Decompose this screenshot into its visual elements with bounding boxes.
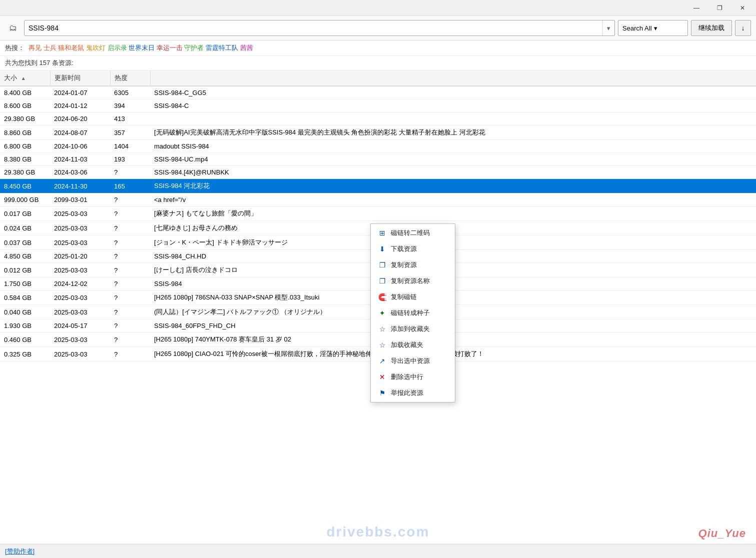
hot-tag[interactable]: 雷霆特工队	[206, 44, 238, 52]
cell-date: 2024-08-07	[50, 126, 110, 140]
cell-heat: 1404	[110, 140, 150, 153]
cell-size: 29.380 GB	[0, 166, 50, 179]
cell-heat: ?	[110, 194, 150, 206]
context-menu-label: 删除选中行	[391, 372, 423, 382]
cell-size: 29.380 GB	[0, 112, 50, 126]
cell-name: SSIS-984-UC.mp4	[150, 153, 756, 166]
hot-tag[interactable]: 茜茜	[240, 44, 253, 52]
copy-icon: ❐	[378, 260, 387, 270]
loadfav-icon: ☆	[378, 340, 387, 350]
app-icon: 🗂	[5, 20, 21, 36]
header-heat[interactable]: 热度	[110, 70, 150, 86]
cell-date: 2099-03-01	[50, 194, 110, 206]
context-menu-item-copyname[interactable]: ❐复制资源名称	[371, 273, 455, 289]
context-menu-item-magnet[interactable]: 🧲复制磁链	[371, 289, 455, 305]
search-input-wrap: ▾	[24, 20, 615, 36]
cell-size: 1.930 GB	[0, 320, 50, 332]
cell-date: 2024-01-12	[50, 100, 110, 112]
context-menu-label: 加载收藏夹	[391, 340, 423, 350]
table-row[interactable]: 0.017 GB2025-03-03?[麻婆ナス] もてなし旅館「愛の間」	[0, 206, 756, 221]
cell-size: 999.000 GB	[0, 194, 50, 206]
cell-size: 0.017 GB	[0, 206, 50, 221]
sponsor-link[interactable]: [赞助作者]	[5, 547, 35, 556]
cell-heat: ?	[110, 320, 150, 332]
context-menu-item-copy[interactable]: ❐复制资源	[371, 257, 455, 273]
context-menu-item-delete[interactable]: ✕删除选中行	[371, 369, 455, 385]
context-menu-item-qr[interactable]: ⊞磁链转二维码	[371, 225, 455, 241]
search-scope-label: Search All	[622, 24, 652, 32]
context-menu-label: 举报此资源	[391, 388, 423, 398]
context-menu-item-torrent[interactable]: ✦磁链转成种子	[371, 305, 455, 321]
sort-arrow-size: ▲	[21, 76, 26, 81]
search-scope-arrow: ▾	[654, 24, 683, 32]
cell-size: 0.460 GB	[0, 332, 50, 347]
header-name	[150, 70, 756, 86]
cell-heat: 193	[110, 153, 150, 166]
search-scope-selector[interactable]: Search All ▾	[618, 20, 688, 36]
context-menu-label: 添加到收藏夹	[391, 324, 430, 334]
search-input[interactable]	[25, 20, 602, 36]
context-menu-item-download[interactable]: ⬇下载资源	[371, 241, 455, 257]
cell-heat: 394	[110, 100, 150, 112]
context-menu-item-report[interactable]: ⚑举报此资源	[371, 385, 455, 401]
context-menu-item-loadfav[interactable]: ☆加载收藏夹	[371, 337, 455, 353]
cell-size: 8.380 GB	[0, 153, 50, 166]
cell-date: 2024-06-20	[50, 112, 110, 126]
cell-date: 2025-03-03	[50, 347, 110, 362]
footer: [赞助作者]	[0, 544, 756, 558]
cell-name: madoubt SSIS-984	[150, 140, 756, 153]
header-size[interactable]: 大小 ▲	[0, 70, 50, 86]
close-button[interactable]: ✕	[731, 0, 754, 16]
table-row[interactable]: 8.450 GB2024-11-30165SSIS-984 河北彩花	[0, 179, 756, 194]
cell-date: 2025-01-20	[50, 250, 110, 263]
hot-tag[interactable]: 守护者	[184, 44, 204, 52]
cell-date: 2024-05-17	[50, 320, 110, 332]
cell-date: 2024-03-06	[50, 166, 110, 179]
minimize-button[interactable]: —	[685, 0, 708, 16]
table-row[interactable]: 8.380 GB2024-11-03193SSIS-984-UC.mp4	[0, 153, 756, 166]
cell-name: SSIS-984 河北彩花	[150, 179, 756, 194]
copyname-icon: ❐	[378, 276, 387, 286]
cell-date: 2024-01-07	[50, 86, 110, 100]
cell-name: SSIS-984.[4K]@RUNBKK	[150, 166, 756, 179]
cell-heat: 165	[110, 179, 150, 194]
restore-button[interactable]: ❐	[708, 0, 731, 16]
cell-size: 0.325 GB	[0, 347, 50, 362]
cell-size: 6.800 GB	[0, 140, 50, 153]
hot-tag[interactable]: 士兵	[44, 44, 57, 52]
cell-size: 0.584 GB	[0, 290, 50, 305]
hot-tag[interactable]: 启示录	[108, 44, 127, 52]
hot-tag[interactable]: 世界末日	[129, 44, 155, 52]
download-icon: ⬇	[378, 244, 387, 254]
table-row[interactable]: 8.600 GB2024-01-12394SSIS-984-C	[0, 100, 756, 112]
header-date[interactable]: 更新时间	[50, 70, 110, 86]
table-row[interactable]: 29.380 GB2024-06-20413	[0, 112, 756, 126]
table-row[interactable]: 8.860 GB2024-08-07357[无码破解]AI完美破解高清无水印中字…	[0, 126, 756, 140]
table-row[interactable]: 29.380 GB2024-03-06?SSIS-984.[4K]@RUNBKK	[0, 166, 756, 179]
cell-name: [麻婆ナス] もてなし旅館「愛の間」	[150, 206, 756, 221]
cell-heat: 413	[110, 112, 150, 126]
table-row[interactable]: 999.000 GB2099-03-01?<a href="/v	[0, 194, 756, 206]
cell-heat: ?	[110, 263, 150, 278]
cell-heat: ?	[110, 236, 150, 250]
context-menu-item-fav[interactable]: ☆添加到收藏夹	[371, 321, 455, 337]
table-row[interactable]: 6.800 GB2024-10-061404madoubt SSIS-984	[0, 140, 756, 153]
hot-tag[interactable]: 鬼吹灯	[86, 44, 106, 52]
cell-heat: ?	[110, 221, 150, 236]
cell-date: 2024-11-03	[50, 153, 110, 166]
cell-size: 8.600 GB	[0, 100, 50, 112]
table-row[interactable]: 8.400 GB2024-01-076305SSIS-984-C_GG5	[0, 86, 756, 100]
hot-tag[interactable]: 猫和老鼠	[58, 44, 84, 52]
title-bar: — ❐ ✕	[0, 0, 756, 16]
continue-load-button[interactable]: 继续加载	[691, 20, 732, 36]
hot-tag[interactable]: 再见	[29, 44, 42, 52]
fav-icon: ☆	[378, 324, 387, 334]
context-menu-label: 磁链转二维码	[391, 228, 430, 238]
search-dropdown-arrow[interactable]: ▾	[602, 20, 614, 36]
cell-name: SSIS-984-C	[150, 100, 756, 112]
context-menu-item-export[interactable]: ↗导出选中资源	[371, 353, 455, 369]
export-icon: ↗	[378, 356, 387, 366]
download-arrow-button[interactable]: ↓	[735, 20, 751, 36]
context-menu-label: 下载资源	[391, 244, 417, 254]
hot-tag[interactable]: 幸运一击	[157, 44, 183, 52]
